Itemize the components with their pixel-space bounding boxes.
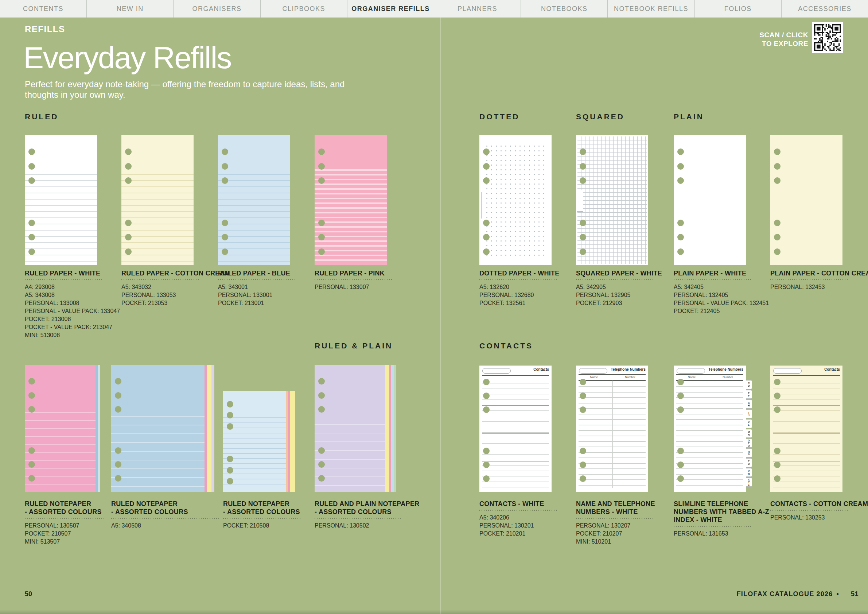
nav-item-new-in[interactable]: NEW IN	[87, 0, 173, 17]
nav-item-notebook-refills[interactable]: NOTEBOOK REFILLS	[608, 0, 694, 17]
punch-hole	[28, 406, 35, 413]
punch-hole	[677, 406, 684, 413]
punch-hole	[774, 234, 781, 241]
paper-preview-ruled-paper-white	[25, 135, 97, 265]
punch-hole	[318, 163, 325, 169]
nav-item-folios[interactable]: FOLIOS	[694, 0, 781, 17]
ruled-lines-decoration	[25, 405, 100, 489]
punch-hole	[580, 448, 586, 454]
nav-item-contents[interactable]: CONTENTS	[0, 0, 87, 17]
edge-branding-mark	[481, 192, 482, 219]
paper-preview-ruled-notepaper-assorted-personal	[25, 365, 100, 492]
code-line: PERSONAL: 130253	[770, 514, 868, 522]
punch-hole	[227, 478, 233, 485]
product-codes: PERSONAL: 133007	[315, 283, 424, 291]
punch-hole	[115, 406, 121, 413]
contact-lines-decoration	[482, 378, 549, 489]
title-dotted-separator	[121, 279, 199, 280]
footer-page-number-left: 50	[25, 590, 32, 598]
title-dotted-separator	[770, 279, 848, 280]
punch-hole	[227, 423, 233, 430]
edge-sticker-decoration	[577, 190, 583, 211]
code-line: PERSONAL: 132680	[479, 291, 589, 299]
code-line: POCKET: 212405	[674, 307, 783, 315]
az-tab-letter: E	[748, 392, 750, 394]
punch-hole	[677, 393, 684, 399]
punch-hole	[677, 462, 684, 468]
code-line: POCKET: 210201	[479, 530, 589, 538]
az-tab-letter: F	[748, 394, 750, 397]
column-header-number: Number	[710, 375, 746, 379]
paper-preview-ruled-paper-cotton-cream	[121, 135, 194, 265]
product-text-dotted-paper-white: DOTTED PAPER - WHITEA5: 132620PERSONAL: …	[479, 269, 589, 307]
code-line: MINI: 510201	[576, 538, 685, 546]
nav-item-accessories[interactable]: ACCESSORIES	[781, 0, 868, 17]
refills-kicker: REFILLS	[25, 24, 65, 34]
assorted-colour-strip	[207, 365, 211, 492]
code-line: A5: 342905	[576, 283, 685, 291]
punch-hole	[222, 163, 228, 169]
ruled-lines-decoration	[315, 416, 396, 489]
az-tab-letter: Z	[748, 483, 750, 486]
punch-hole	[318, 475, 325, 482]
product-text-plain-paper-cotton-cream: PLAIN PAPER - COTTON CREAMPERSONAL: 1324…	[770, 269, 868, 291]
assorted-colour-strip	[286, 391, 288, 492]
punch-hole	[227, 467, 233, 474]
product-text-contacts-cotton-cream: CONTACTS - COTTON CREAMPERSONAL: 130253	[770, 500, 868, 522]
nav-item-clipbooks[interactable]: CLIPBOOKS	[260, 0, 347, 17]
az-tab-letter: K	[748, 421, 750, 424]
product-title: INDEX - WHITE	[674, 516, 783, 524]
nav-item-organiser-refills[interactable]: ORGANISER REFILLS	[347, 0, 434, 17]
az-tab-letter: Q	[748, 445, 750, 447]
paper-preview-ruled-plain-notepaper-assorted	[315, 365, 396, 492]
nav-item-planners[interactable]: PLANNERS	[434, 0, 521, 17]
product-text-contacts-white: CONTACTS - WHITEA5: 340206PERSONAL: 1302…	[479, 500, 589, 538]
az-tab-kl: KL	[746, 419, 752, 428]
header-rule	[773, 375, 840, 376]
qr-call-to-action[interactable]: SCAN / CLICK TO EXPLORE	[760, 31, 808, 48]
punch-hole	[28, 163, 35, 169]
punch-hole	[28, 461, 35, 468]
az-tab-letter: L	[748, 424, 750, 426]
nav-item-organisers[interactable]: ORGANISERS	[173, 0, 260, 17]
telephone-lines-decoration	[676, 382, 743, 488]
az-tab-xyz: XYZ	[746, 477, 752, 487]
az-tab-opq: OPQ	[746, 438, 752, 448]
product-codes: A5: 340206PERSONAL: 130201POCKET: 210201	[479, 514, 589, 538]
assorted-colour-strip	[391, 365, 394, 492]
code-line: MINI: 513507	[25, 538, 134, 546]
header-rule	[578, 374, 646, 375]
code-line: PERSONAL: 130502	[315, 522, 424, 530]
punch-hole	[774, 220, 781, 226]
punch-hole	[28, 220, 35, 226]
product-codes: PERSONAL: 131653	[674, 530, 783, 538]
punch-hole	[677, 379, 684, 385]
product-text-ruled-paper-pink: RULED PAPER - PINKPERSONAL: 133007	[315, 269, 424, 291]
punch-hole	[28, 447, 35, 454]
catalogue-page: CONTENTSNEW INORGANISERSCLIPBOOKSORGANIS…	[0, 0, 868, 614]
code-line: PERSONAL: 131653	[674, 530, 783, 538]
punch-hole	[483, 249, 490, 255]
card-sheet-title: Telephone Numbers	[709, 367, 743, 372]
form-pill-decoration	[482, 368, 511, 373]
nav-item-notebooks[interactable]: NOTEBOOKS	[521, 0, 608, 17]
header-rule	[676, 374, 743, 375]
section-label-squared: SQUARED	[576, 112, 625, 121]
punch-hole	[483, 234, 490, 241]
code-line: A5: 343032	[121, 283, 231, 291]
section-label-ruled-plain: RULED & PLAIN	[315, 342, 393, 350]
qr-code[interactable]	[812, 22, 843, 53]
code-line: PERSONAL: 133053	[121, 291, 231, 299]
punch-hole	[115, 447, 121, 454]
code-line: POCKET - VALUE PACK: 213047	[25, 323, 134, 331]
telephone-lines-decoration	[578, 382, 646, 488]
punch-hole	[483, 148, 490, 155]
footer-brand: FILOFAX CATALOGUE 2026	[737, 590, 833, 598]
punch-hole	[580, 462, 586, 468]
paper-preview-ruled-paper-blue	[218, 135, 290, 265]
punch-hole	[318, 406, 325, 413]
punch-hole	[28, 392, 35, 399]
az-tab-rs: RS	[746, 448, 752, 457]
punch-hole	[483, 393, 490, 399]
punch-hole	[115, 378, 121, 384]
